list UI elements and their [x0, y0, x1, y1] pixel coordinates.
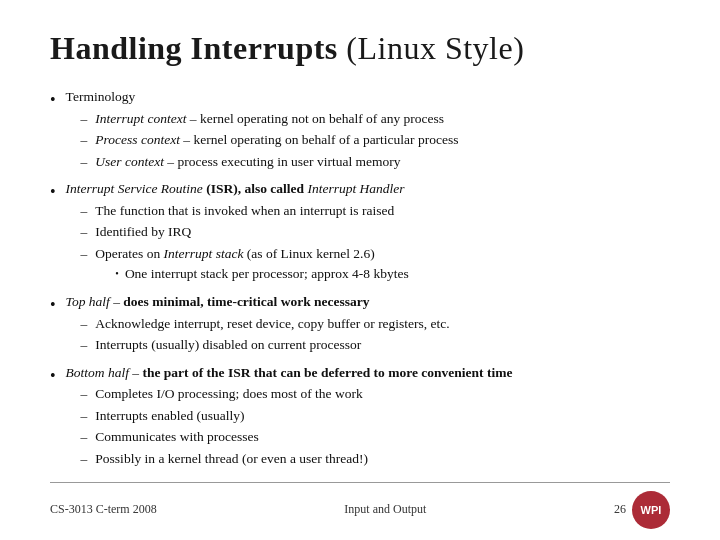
dash: – — [81, 335, 88, 355]
sub-item-invoked: – The function that is invoked when an i… — [81, 201, 670, 221]
sub-item-acknowledge: – Acknowledge interrupt, reset device, c… — [81, 314, 670, 334]
bullet-dot-1: • — [50, 88, 56, 111]
sub-item-enabled: – Interrupts enabled (usually) — [81, 406, 670, 426]
bullet-isr: • Interrupt Service Routine (ISR), also … — [50, 179, 670, 286]
page-number: 26 — [614, 502, 626, 517]
bullet-small: • — [115, 267, 119, 282]
bullet-dot-4: • — [50, 364, 56, 387]
dash: – — [81, 109, 88, 129]
bullet-text-3: Top half – does minimal, time-critical w… — [66, 292, 670, 357]
sub-items-isr: – The function that is invoked when an i… — [81, 201, 670, 284]
footer-logo: 26 WPI — [614, 491, 670, 529]
sub-sub-stack: • One interrupt stack per processor; app… — [115, 264, 408, 284]
dash: – — [81, 314, 88, 334]
bullet-dot-3: • — [50, 293, 56, 316]
bullet-bottom-half: • Bottom half – the part of the ISR that… — [50, 363, 670, 471]
dash: – — [81, 152, 88, 172]
dash: – — [81, 427, 88, 447]
sub-item-irq: – Identified by IRQ — [81, 222, 670, 242]
dash: – — [81, 244, 88, 264]
wpi-logo: WPI — [632, 491, 670, 529]
title-sub: (Linux Style) — [346, 30, 524, 66]
sub-item-io: – Completes I/O processing; does most of… — [81, 384, 670, 404]
sub-item-kernel-thread: – Possibly in a kernel thread (or even a… — [81, 449, 670, 469]
bullet-text-4: Bottom half – the part of the ISR that c… — [66, 363, 670, 471]
sub-items-top-half: – Acknowledge interrupt, reset device, c… — [81, 314, 670, 355]
slide-footer: CS-3013 C-term 2008 Input and Output 26 … — [50, 482, 670, 529]
title-main: Handling Interrupts — [50, 30, 338, 66]
dash: – — [81, 406, 88, 426]
slide-title: Handling Interrupts (Linux Style) — [50, 30, 670, 67]
bullet-text-2: Interrupt Service Routine (ISR), also ca… — [66, 179, 670, 286]
sub-items-terminology: – Interrupt context – kernel operating n… — [81, 109, 670, 172]
slide: Handling Interrupts (Linux Style) • Term… — [0, 0, 720, 540]
sub-item-interrupts-disabled: – Interrupts (usually) disabled on curre… — [81, 335, 670, 355]
sub-item-communicates: – Communicates with processes — [81, 427, 670, 447]
sub-items-bottom-half: – Completes I/O processing; does most of… — [81, 384, 670, 468]
bullet-dot-2: • — [50, 180, 56, 203]
sub-item-process-context: – Process context – kernel operating on … — [81, 130, 670, 150]
bullet-text-1: Terminology – Interrupt context – kernel… — [66, 87, 670, 173]
footer-center: Input and Output — [344, 502, 426, 517]
dash: – — [81, 384, 88, 404]
sub-sub-items: • One interrupt stack per processor; app… — [115, 264, 408, 284]
dash: – — [81, 201, 88, 221]
dash: – — [81, 449, 88, 469]
slide-content: • Terminology – Interrupt context – kern… — [50, 87, 670, 477]
sub-item-user-context: – User context – process executing in us… — [81, 152, 670, 172]
footer-left: CS-3013 C-term 2008 — [50, 502, 157, 517]
bullet-terminology: • Terminology – Interrupt context – kern… — [50, 87, 670, 173]
sub-item-interrupt-context: – Interrupt context – kernel operating n… — [81, 109, 670, 129]
sub-item-interrupt-stack: – Operates on Interrupt stack (as of Lin… — [81, 244, 670, 284]
bullet-top-half: • Top half – does minimal, time-critical… — [50, 292, 670, 357]
dash: – — [81, 222, 88, 242]
dash: – — [81, 130, 88, 150]
